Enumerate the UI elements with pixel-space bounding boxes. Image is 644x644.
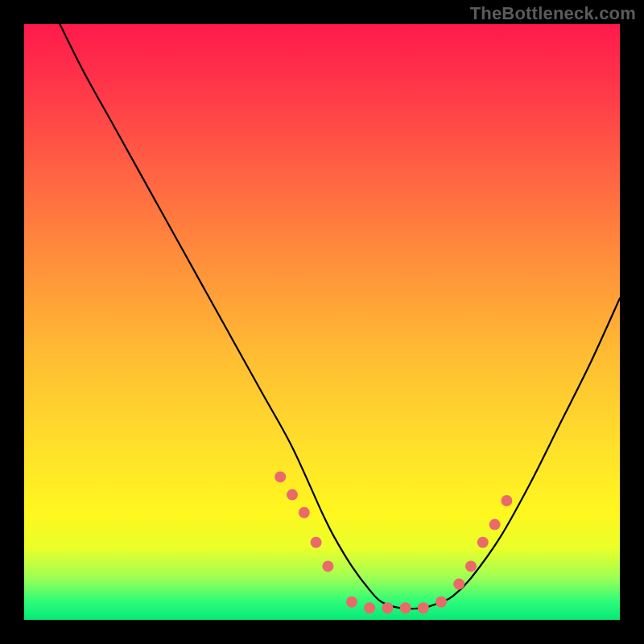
marker-dot: [287, 489, 298, 501]
curve-layer: [60, 24, 620, 609]
marker-dot: [275, 471, 286, 482]
marker-dot: [418, 602, 429, 613]
marker-dot: [322, 560, 333, 572]
dots-layer: [275, 471, 512, 613]
marker-dot: [453, 579, 464, 590]
marker-dot: [382, 602, 393, 613]
marker-dot: [436, 597, 447, 608]
marker-dot: [400, 602, 411, 613]
marker-dot: [477, 537, 489, 548]
chart-stage: TheBottleneck.com: [0, 0, 644, 644]
marker-dot: [489, 519, 501, 530]
marker-dot: [346, 597, 357, 608]
marker-dot: [299, 507, 310, 518]
chart-svg: [24, 24, 620, 620]
marker-dot: [501, 495, 512, 506]
series-curve: [60, 24, 620, 609]
watermark-text: TheBottleneck.com: [470, 3, 636, 24]
marker-dot: [364, 602, 375, 613]
plot-area: [24, 24, 620, 620]
marker-dot: [311, 537, 322, 548]
marker-dot: [465, 560, 477, 572]
